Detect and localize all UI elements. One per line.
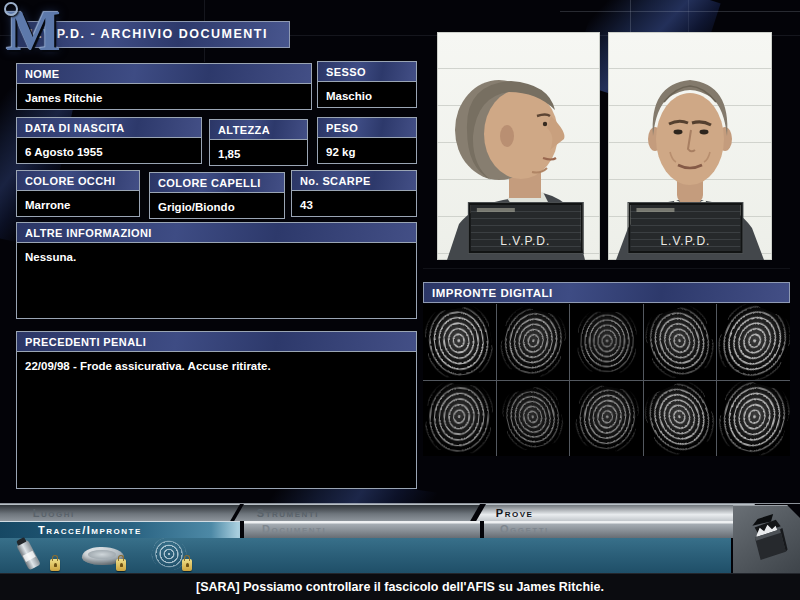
field-colore-capelli: COLORE CAPELLI Grigio/Biondo [149,172,285,219]
field-value: 92 kg [318,138,416,164]
fingerprint-image [571,382,642,455]
spray-can-icon [16,540,41,571]
fingerprint-1[interactable] [423,304,496,380]
lock-icon [116,559,126,571]
tab-tracce-impronte[interactable]: Tracce/Impronte [0,521,240,538]
field-label: PESO [318,118,416,138]
field-altezza: ALTEZZA 1,85 [209,119,308,166]
tab-label: Oggetti [484,521,760,538]
powder-tray-tool[interactable] [78,541,134,571]
tab-luoghi[interactable]: Luoghi [0,504,240,521]
fingerprint-8[interactable] [570,381,643,457]
field-label: COLORE OCCHI [17,171,139,191]
tab-label: Documenti [244,521,480,538]
fingerprint-image [423,381,496,456]
fingerprint-image [576,310,637,373]
field-label: SESSO [318,62,416,82]
evidence-case-icon [743,510,791,566]
fingerprint-image [717,304,790,380]
lvpd-plaque: L.V.P.D. [468,203,582,253]
lock-icon [182,559,192,571]
field-data-di-nascita: DATA DI NASCITA 6 Agosto 1955 [16,117,202,164]
fingerprint-10[interactable] [717,381,790,457]
tab-label: Luoghi [0,505,235,521]
tab-strumenti[interactable]: Strumenti [234,504,480,521]
fingerprint-2[interactable] [497,304,570,380]
field-value: James Ritchie [17,84,311,110]
lvpd-archive-screen: L.V.P.D. - ARCHIVIO DOCUMENTI M NOME Jam… [0,0,800,600]
logo-ring-icon [4,2,18,16]
fingerprint-image [644,381,717,457]
mugshot-front-photo: L.V.P.D. [608,32,772,260]
field-label: NOME [17,64,311,84]
status-message: [SARA] Possiamo controllare il fascicolo… [0,573,800,600]
tab-documenti[interactable]: Documenti [244,521,480,538]
field-value: 6 Agosto 1955 [17,138,201,164]
fingerprint-6[interactable] [423,381,496,457]
fingerprint-image [644,304,717,380]
fingerprint-image [717,381,790,457]
bg-grid-line [560,11,800,12]
mugshot-profile-photo: L.V.P.D. [437,32,600,260]
plaque-serial-strip [636,208,674,212]
plaque-text: L.V.P.D. [470,234,580,248]
field-value: 1,85 [210,140,307,166]
field-label: COLORE CAPELLI [150,173,284,193]
field-label: DATA DI NASCITA [17,118,201,138]
tab-label: Prove [481,505,750,521]
field-peso: PESO 92 kg [317,117,417,164]
tab-oggetti[interactable]: Oggetti [484,521,760,538]
field-value: 43 [292,191,416,217]
spray-can-tool[interactable] [12,541,68,571]
field-label: ALTEZZA [210,120,307,140]
field-value: Maschio [318,82,416,108]
fingerprint-card-tool[interactable] [144,541,200,571]
fingerprint-image [498,382,568,454]
lvpd-plaque: L.V.P.D. [628,203,742,253]
field-label: No. SCARPE [292,171,416,191]
tab-label: Strumenti [239,505,475,521]
field-value: Nessuna. [17,243,416,269]
field-altre-informazioni: ALTRE INFORMAZIONI Nessuna. [16,222,417,319]
fingerprint-image [497,304,570,380]
field-colore-occhi: COLORE OCCHI Marrone [16,170,140,217]
fingerprint-grid [423,304,790,456]
evidence-toolbar [0,538,731,573]
fingerprint-3[interactable] [570,304,643,380]
field-value: 22/09/98 - Frode assicurativa. Accuse ri… [17,352,416,378]
field-label: ALTRE INFORMAZIONI [17,223,416,243]
fingerprint-image [423,304,496,380]
fingerprint-4[interactable] [644,304,717,380]
evidence-case-button[interactable] [733,505,800,573]
field-value: Marrone [17,191,139,217]
tab-label: Tracce/Impronte [0,522,240,539]
fingerprint-7[interactable] [497,381,570,457]
fingerprint-5[interactable] [717,304,790,380]
fingerprint-9[interactable] [644,381,717,457]
field-value: Grigio/Biondo [150,193,284,219]
mpd-logo: M [6,0,61,62]
field-no-scarpe: No. SCARPE 43 [291,170,417,217]
fingerprints-section-title: IMPRONTE DIGITALI [423,282,790,303]
field-precedenti-penali: PRECEDENTI PENALI 22/09/98 - Frode assic… [16,331,417,489]
tab-prove[interactable]: Prove [476,504,755,521]
lock-icon [50,559,60,571]
plaque-text: L.V.P.D. [630,234,740,248]
field-label: PRECEDENTI PENALI [17,332,416,352]
field-sesso: SESSO Maschio [317,61,417,108]
plaque-serial-strip [476,208,514,212]
field-nome: NOME James Ritchie [16,63,312,110]
bg-grid-line [423,268,790,269]
